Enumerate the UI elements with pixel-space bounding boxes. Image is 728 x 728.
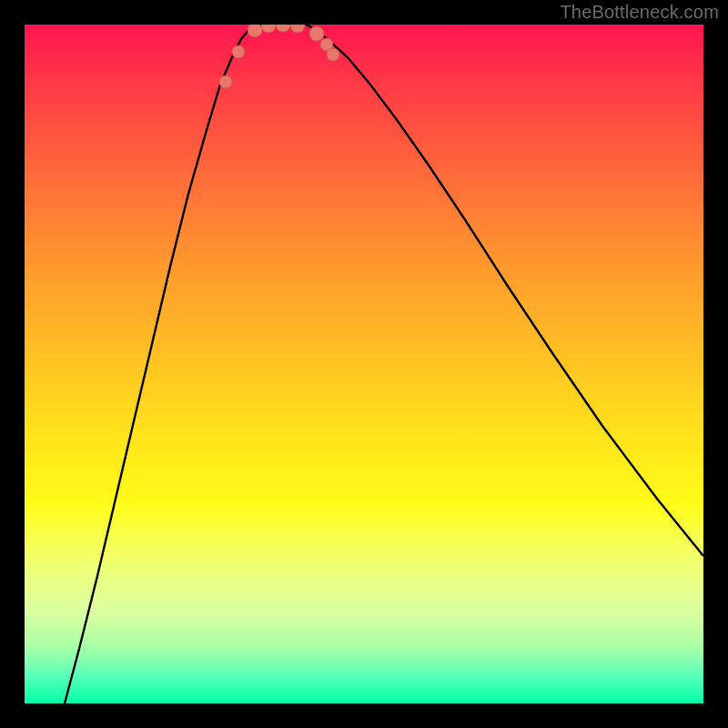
gradient-plot-area [25, 25, 703, 703]
frame: TheBottleneck.com [0, 0, 728, 728]
watermark-text: TheBottleneck.com [560, 2, 719, 23]
